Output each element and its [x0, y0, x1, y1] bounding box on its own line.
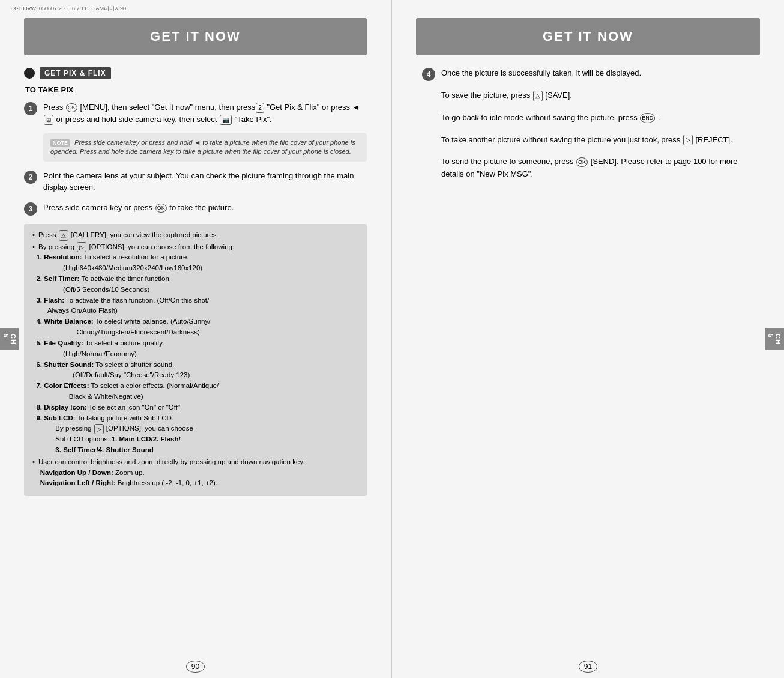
- left-banner-title: GET IT NOW: [24, 29, 367, 44]
- note-label: NOTE: [50, 139, 70, 147]
- ok-icon-3: OK: [155, 204, 167, 213]
- note-text: Press side camerakey or press and hold ◄…: [50, 139, 355, 155]
- step-2-text: Point the camera lens at your subject. Y…: [43, 170, 367, 193]
- para-idle: To go back to idle mode without saving t…: [441, 112, 754, 124]
- right-header-banner: GET IT NOW: [416, 18, 760, 55]
- info-item-nav: User can control brightness and zoom dir…: [32, 457, 358, 489]
- options-icon-2: ▷: [94, 424, 104, 435]
- nav-icon: ⊞: [44, 115, 53, 125]
- cam-icon: 📷: [220, 115, 232, 125]
- info-item-gallery: Press △ [GALLERY], you can view the capt…: [32, 230, 358, 241]
- end-icon: END: [640, 113, 655, 123]
- send-ok-icon: OK: [576, 157, 588, 167]
- step-4: 4 Once the picture is successfully taken…: [422, 67, 754, 81]
- left-ch5-sidebar: CH5: [0, 328, 19, 351]
- step-4-circle: 4: [422, 68, 435, 81]
- top-meta: TX-180VW_050607 2005.6.7 11:30 AM페이지90: [5, 2, 131, 15]
- step-4-text: Once the picture is successfully taken, …: [441, 67, 641, 79]
- step-1-circle: 1: [24, 102, 37, 115]
- note-box: NOTE Press side camerakey or press and h…: [43, 133, 367, 162]
- reject-icon: ▷: [683, 135, 693, 145]
- info-box: Press △ [GALLERY], you can view the capt…: [24, 224, 367, 497]
- section-dot: [24, 68, 35, 79]
- section-tag: GET PIX & FLIX: [40, 67, 111, 79]
- left-page-number: 90: [0, 662, 391, 671]
- para-save: To save the picture, press △ [SAVE].: [441, 89, 754, 102]
- left-page-num-value: 90: [186, 661, 205, 673]
- step-2: 2 Point the camera lens at your subject.…: [24, 170, 367, 193]
- right-page-num-value: 91: [579, 661, 597, 673]
- right-page-number: 91: [392, 662, 784, 671]
- step-2-circle: 2: [24, 171, 37, 184]
- 2abc-icon: 2: [256, 103, 264, 113]
- section-header: GET PIX & FLIX: [24, 67, 367, 79]
- info-item-options: By pressing ▷ [OPTIONS], you can choose …: [32, 242, 358, 456]
- right-page: GET IT NOW 4 Once the picture is success…: [392, 0, 784, 678]
- right-content: 4 Once the picture is successfully taken…: [392, 55, 784, 662]
- gallery-icon: △: [59, 230, 68, 241]
- info-list: Press △ [GALLERY], you can view the capt…: [32, 230, 358, 489]
- save-icon: △: [533, 91, 543, 101]
- right-ch5-sidebar: CH5: [765, 328, 784, 351]
- step-1: 1 Press OK [MENU], then select "Get It n…: [24, 101, 367, 125]
- left-page: TX-180VW_050607 2005.6.7 11:30 AM페이지90 G…: [0, 0, 392, 678]
- right-paragraphs: To save the picture, press △ [SAVE]. To …: [441, 89, 754, 181]
- step-1-text: Press OK [MENU], then select "Get It now…: [43, 101, 367, 125]
- page: TX-180VW_050607 2005.6.7 11:30 AM페이지90 G…: [0, 0, 784, 678]
- options-icon: ▷: [77, 242, 86, 253]
- ok-icon: OK: [66, 103, 77, 113]
- subsection-title: TO TAKE PIX: [25, 85, 367, 94]
- step-3-text: Press side camera key or press OK to tak…: [43, 202, 234, 214]
- left-content: GET PIX & FLIX TO TAKE PIX 1 Press OK [M…: [0, 55, 391, 662]
- step-3-circle: 3: [24, 202, 37, 216]
- step-3: 3 Press side camera key or press OK to t…: [24, 202, 367, 216]
- left-header-banner: GET IT NOW: [24, 18, 367, 55]
- para-send: To send the picture to someone, press OK…: [441, 156, 754, 181]
- para-reject: To take another picture without saving t…: [441, 134, 754, 147]
- right-banner-title: GET IT NOW: [416, 29, 760, 44]
